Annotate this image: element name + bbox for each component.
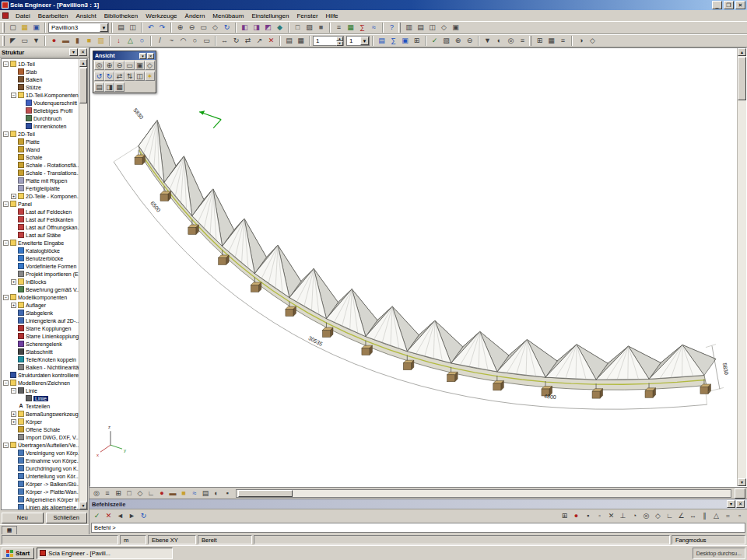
view-front-button[interactable]: ◧	[239, 23, 251, 33]
tree-item[interactable]: +Körper	[2, 418, 79, 425]
layout-manager-button[interactable]: ▣	[450, 23, 461, 33]
tree-item[interactable]: Stütze	[2, 83, 79, 91]
new-project-button[interactable]: ▢	[7, 23, 19, 33]
tree-item[interactable]: Durchdringung von K...	[2, 464, 79, 472]
tree-item[interactable]: Schale - Rotationsflä...	[2, 161, 79, 169]
repeat-command-button[interactable]: ↻	[138, 511, 149, 522]
zoom-all-button[interactable]: ▣	[135, 61, 145, 70]
tree-item[interactable]: Last auf Stäbe	[2, 231, 79, 239]
tree-expander[interactable]: +	[11, 303, 16, 308]
tree-item[interactable]: +Bemaßungswerkzeug...	[2, 410, 79, 418]
tree-item[interactable]: +Auflager	[2, 301, 79, 309]
tree-item[interactable]: Import DWG, DXF, V...	[2, 433, 79, 441]
tree-item[interactable]: Last auf Feldkanten	[2, 215, 79, 223]
insert-hinge-button[interactable]: ○	[136, 36, 148, 47]
tree-item[interactable]: −2D-Teil	[2, 130, 79, 138]
cancel-command-button[interactable]: ✕	[103, 511, 114, 522]
zoom-in-button[interactable]: ⊕	[174, 23, 186, 33]
snap-extension-button[interactable]: ↔	[687, 511, 699, 522]
draw-rectangle-button[interactable]: ▭	[201, 36, 212, 47]
filter-selection-button[interactable]: ▼	[30, 36, 42, 47]
next-command-button[interactable]: ►	[126, 511, 138, 522]
mirror-button[interactable]: ⇄	[242, 36, 254, 47]
redo-button[interactable]: ↷	[156, 23, 168, 33]
document-button[interactable]: ▤	[415, 23, 426, 33]
tree-item[interactable]: −Erweiterte Eingabe	[2, 239, 79, 247]
delete-button[interactable]: ✕	[265, 36, 277, 47]
named-selection-button[interactable]: ▼	[482, 36, 493, 47]
snap-endpoint-button[interactable]: ▪	[582, 511, 594, 522]
tree-item[interactable]: Allgemeinen Körper in...	[2, 495, 79, 503]
work-plane-button[interactable]: ◇	[135, 488, 146, 499]
tree-item[interactable]: Liniengelenk auf 2D-...	[2, 317, 79, 324]
tree-expander[interactable]: −	[11, 93, 16, 98]
zoom-in-button[interactable]: ⊕	[104, 61, 114, 70]
menu-hilfe[interactable]: Hilfe	[322, 12, 342, 20]
menu-menbaum[interactable]: Menübaum	[209, 12, 247, 20]
scroll-down-icon[interactable]: ▼	[79, 502, 87, 509]
zoom-all-button[interactable]: ◇	[209, 23, 221, 33]
zoom-window-button[interactable]: ▭	[198, 23, 209, 33]
tree-item[interactable]: −Modellkomponenten	[2, 293, 79, 301]
tree-expander[interactable]: −	[11, 388, 16, 394]
view-settings-button[interactable]: ▦	[114, 82, 124, 92]
panel-tab-structure[interactable]: ▦	[2, 526, 17, 534]
tree-expander[interactable]: +	[11, 279, 16, 285]
line-grid-button[interactable]: ▦	[545, 36, 557, 47]
tree-item[interactable]: Benutzerblöcke	[2, 254, 79, 262]
previous-command-button[interactable]: ◄	[114, 511, 126, 522]
chevron-down-icon[interactable]: ▼	[100, 23, 108, 32]
scroll-up-icon[interactable]: ▲	[738, 48, 746, 56]
tree-expander[interactable]: −	[3, 240, 9, 246]
toolbar-grip[interactable]	[2, 23, 5, 33]
snap-tangent-button[interactable]: ◔	[629, 511, 640, 522]
status-plane[interactable]: Ebene XY	[148, 535, 196, 544]
print-view-button[interactable]: ▤	[94, 82, 104, 92]
activity-spinner[interactable]: ▲▼	[336, 37, 343, 45]
toolbar-grip[interactable]	[2, 36, 5, 46]
chevron-down-icon[interactable]: ▼	[360, 37, 369, 45]
rotate-view-button[interactable]: ↻	[221, 23, 233, 33]
menu-bibliotheken[interactable]: Bibliotheken	[100, 12, 142, 20]
tree-item[interactable]: Bewehrung gemäß V...	[2, 285, 79, 293]
tree-expander[interactable]: −	[3, 380, 9, 386]
scroll-up-icon[interactable]: ▲	[79, 59, 87, 67]
insert-column-button[interactable]: ▮	[72, 36, 83, 47]
restore-button[interactable]: ❐	[724, 1, 734, 9]
tree-item[interactable]: Balken	[2, 75, 79, 83]
tree-item[interactable]: Durchbruch	[2, 114, 79, 122]
tree-expander[interactable]: +	[11, 411, 16, 417]
table-input-button[interactable]: ▦	[295, 36, 307, 47]
select-cursor-button[interactable]: ◤	[7, 36, 19, 47]
zoom-out-button[interactable]: ⊖	[186, 23, 198, 33]
visibility-button[interactable]: ◐	[493, 36, 505, 47]
scrollbar-thumb[interactable]	[238, 490, 293, 497]
tree-item[interactable]: Balken - Nichtlinearität	[2, 363, 79, 371]
tree-item[interactable]: Platte mit Rippen	[2, 177, 79, 184]
tree-item[interactable]: Katalogblöcke	[2, 247, 79, 254]
snap-intersection-button[interactable]: ✕	[605, 511, 617, 522]
tree-item[interactable]: Linien als allgemeine...	[2, 503, 79, 509]
paperspace-gallery-button[interactable]: ◇	[438, 23, 450, 33]
rotate-cw-button[interactable]: ↻	[104, 72, 114, 81]
nodes-display-button[interactable]: ●	[156, 488, 167, 499]
move-button[interactable]: ↔	[219, 36, 230, 47]
toolbar-close-icon[interactable]: ✕	[147, 53, 154, 59]
properties-button[interactable]: ▤	[283, 36, 295, 47]
select-rectangle-button[interactable]: ▭	[19, 36, 30, 47]
zoom-selection-button[interactable]: ◎	[505, 36, 517, 47]
snap-perpendicular-button[interactable]: ⊥	[617, 511, 629, 522]
tree-item[interactable]: Schale	[2, 153, 79, 161]
tree-expander[interactable]: −	[3, 443, 9, 448]
tree-expander[interactable]: −	[3, 131, 9, 137]
members-display-button[interactable]: ▬	[167, 488, 178, 499]
zoom-window-button[interactable]: ▭	[124, 61, 135, 70]
tree-item[interactable]: Körper -> Platte/Wan...	[2, 488, 79, 495]
activity-combo[interactable]: 1 ▲▼	[313, 36, 344, 46]
snap-parallel-button[interactable]: ∥	[699, 511, 710, 522]
tree-item[interactable]: Innnenknoten	[2, 122, 79, 130]
tree-scrollbar[interactable]: ▲ ▼	[79, 59, 87, 509]
tree-item[interactable]: Vereinigung von Körp...	[2, 449, 79, 457]
tree-item[interactable]: Unterteilung von Kör...	[2, 472, 79, 480]
insert-plate-button[interactable]: ■	[83, 36, 95, 47]
